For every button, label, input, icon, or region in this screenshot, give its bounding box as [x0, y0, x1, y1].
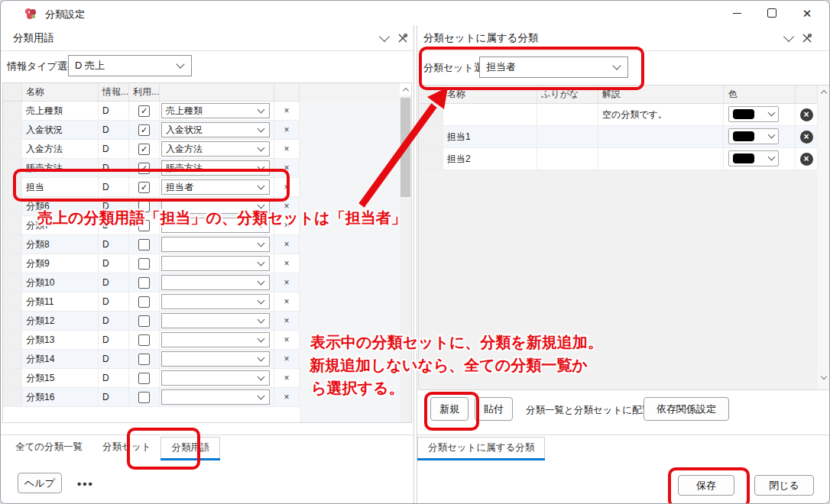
tab-classification-terms[interactable]: 分類用語: [160, 437, 220, 459]
scroll-up-icon[interactable]: [818, 86, 829, 98]
use-checkbox[interactable]: [129, 388, 160, 406]
right-table-scrollbar[interactable]: [818, 86, 829, 389]
member-description[interactable]: [598, 148, 724, 170]
row-selector[interactable]: [3, 312, 22, 330]
use-checkbox[interactable]: [129, 254, 160, 273]
set-combobox[interactable]: [160, 350, 274, 368]
delete-member-button[interactable]: ×: [796, 104, 818, 125]
set-combobox[interactable]: [160, 369, 274, 387]
table-row[interactable]: 担当2 ×: [419, 148, 829, 170]
row-selector[interactable]: [419, 148, 443, 170]
new-button[interactable]: 新規: [430, 397, 468, 421]
unpin-icon[interactable]: [397, 32, 409, 44]
use-checkbox[interactable]: ✓: [129, 140, 160, 158]
row-selector[interactable]: [3, 159, 22, 177]
maximize-button[interactable]: [754, 1, 789, 25]
use-checkbox[interactable]: [129, 273, 160, 292]
row-selector[interactable]: [3, 388, 22, 406]
delete-row-button[interactable]: ×: [274, 312, 300, 330]
color-combobox[interactable]: [724, 126, 796, 147]
scrollbar-thumb[interactable]: [400, 98, 410, 197]
row-selector[interactable]: [3, 216, 22, 234]
paste-button[interactable]: 貼付: [475, 397, 513, 421]
row-selector[interactable]: [3, 197, 22, 215]
use-checkbox[interactable]: [129, 350, 160, 368]
delete-row-button[interactable]: ×: [274, 216, 300, 234]
delete-row-button[interactable]: ×: [274, 102, 300, 120]
use-checkbox[interactable]: [129, 216, 160, 234]
use-checkbox[interactable]: ✓: [129, 159, 160, 177]
delete-row-button[interactable]: ×: [274, 273, 300, 292]
color-combobox[interactable]: [724, 104, 796, 125]
set-combobox[interactable]: [160, 216, 274, 234]
use-checkbox[interactable]: ✓: [129, 121, 160, 139]
tab-set-members[interactable]: 分類セットに属する分類: [417, 437, 545, 459]
use-checkbox[interactable]: [129, 292, 160, 311]
row-selector[interactable]: [3, 254, 22, 273]
member-name[interactable]: 担当1: [443, 126, 537, 147]
scroll-up-icon[interactable]: [400, 83, 411, 95]
row-selector[interactable]: [3, 350, 22, 368]
delete-row-button[interactable]: ×: [274, 369, 300, 387]
use-checkbox[interactable]: ✓: [129, 178, 160, 196]
more-options-button[interactable]: •••: [77, 477, 94, 490]
tab-all-classifications[interactable]: 全ての分類一覧: [5, 437, 92, 457]
delete-row-button[interactable]: ×: [274, 159, 300, 177]
row-selector[interactable]: [3, 292, 22, 311]
row-selector[interactable]: [419, 104, 443, 125]
member-description[interactable]: [598, 126, 724, 147]
unpin-icon[interactable]: [801, 32, 813, 44]
member-name[interactable]: 担当2: [443, 148, 537, 170]
use-checkbox[interactable]: [129, 235, 160, 254]
member-furigana[interactable]: [537, 126, 598, 147]
row-selector[interactable]: [3, 331, 22, 349]
member-description[interactable]: 空の分類です。: [598, 104, 724, 125]
row-selector[interactable]: [3, 369, 22, 387]
row-selector[interactable]: [3, 273, 22, 292]
left-table-scrollbar[interactable]: [400, 83, 411, 422]
delete-row-button[interactable]: ×: [274, 235, 300, 254]
set-combobox[interactable]: [160, 292, 274, 311]
table-row[interactable]: 空の分類です。 ×: [419, 104, 829, 126]
use-checkbox[interactable]: [129, 197, 160, 215]
save-button[interactable]: 保存: [678, 475, 734, 496]
set-combobox[interactable]: 販売方法: [160, 159, 274, 177]
delete-row-button[interactable]: ×: [274, 254, 300, 273]
set-combobox[interactable]: [160, 254, 274, 273]
table-row[interactable]: 担当1 ×: [419, 126, 829, 148]
row-selector[interactable]: [419, 126, 443, 147]
row-selector[interactable]: [3, 102, 22, 120]
set-combobox[interactable]: [160, 235, 274, 254]
info-type-select[interactable]: D 売上: [68, 55, 192, 76]
delete-row-button[interactable]: ×: [274, 178, 300, 196]
set-combobox[interactable]: 担当者: [160, 178, 274, 196]
set-combobox[interactable]: [160, 312, 274, 330]
delete-row-button[interactable]: ×: [274, 388, 300, 406]
close-button[interactable]: ✕: [789, 1, 825, 25]
dependency-settings-button[interactable]: 依存関係設定: [644, 397, 729, 421]
delete-member-button[interactable]: ×: [796, 126, 818, 147]
member-name[interactable]: [443, 104, 537, 125]
set-combobox[interactable]: [160, 388, 274, 406]
collapse-chevron-icon[interactable]: [378, 32, 391, 44]
set-combobox[interactable]: [160, 331, 274, 349]
help-button[interactable]: ヘルプ: [18, 473, 62, 493]
set-combobox[interactable]: 売上種類: [160, 102, 274, 120]
set-select-combobox[interactable]: 担当者: [479, 57, 628, 78]
scroll-down-icon[interactable]: [818, 371, 829, 383]
member-furigana[interactable]: [537, 104, 598, 125]
color-combobox[interactable]: [724, 148, 796, 170]
set-combobox[interactable]: 入金状況: [160, 121, 274, 139]
use-checkbox[interactable]: [129, 312, 160, 330]
minimize-button[interactable]: [719, 1, 754, 25]
delete-row-button[interactable]: ×: [274, 331, 300, 349]
tab-classification-set[interactable]: 分類セット: [92, 437, 160, 457]
row-selector[interactable]: [3, 178, 22, 196]
set-combobox[interactable]: [160, 197, 274, 215]
delete-member-button[interactable]: ×: [796, 148, 818, 170]
set-combobox[interactable]: [160, 273, 274, 292]
collapse-chevron-icon[interactable]: [783, 32, 795, 44]
set-combobox[interactable]: 入金方法: [160, 140, 274, 158]
delete-row-button[interactable]: ×: [274, 140, 300, 158]
delete-row-button[interactable]: ×: [274, 292, 300, 311]
